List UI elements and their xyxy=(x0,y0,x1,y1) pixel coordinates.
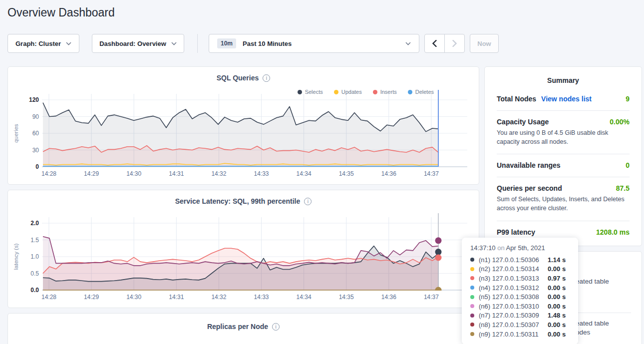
summary-row-unavailable-ranges: Unavailable ranges0 xyxy=(497,154,630,177)
node-color-dot xyxy=(470,286,474,290)
toolbar-divider xyxy=(197,34,198,53)
tooltip-timestamp: 14:37:10 on Apr 5th, 2021 xyxy=(470,244,571,252)
y-axis-label: queries xyxy=(13,124,19,143)
legend-label: Inserts xyxy=(380,89,397,95)
y-tick-label: 30 xyxy=(32,147,39,154)
legend-color-dot xyxy=(298,90,302,94)
dashboard-selector-label: Dashboard: Overview xyxy=(99,40,166,47)
node-color-dot xyxy=(470,332,474,336)
legend-color-dot xyxy=(334,90,338,94)
node-latency-value: 0.00 s xyxy=(548,303,571,310)
y-tick-label: 60 xyxy=(32,130,39,137)
y-tick-label: 0.0 xyxy=(30,287,39,294)
node-latency-value: 0.00 s xyxy=(548,321,571,329)
tooltip-node-row: (n2) 127.0.0.1:503140.00 s xyxy=(470,265,571,274)
summary-row-label: Queries per second xyxy=(497,184,562,192)
legend-item-inserts[interactable]: Inserts xyxy=(373,89,397,95)
event-item-fragment: eated table xyxy=(576,278,609,285)
summary-panel: Summary Total NodesView nodes list9Capac… xyxy=(484,66,642,246)
node-address: (n6) 127.0.0.1:50310 xyxy=(479,303,539,310)
summary-row-description: Sum of Selects, Updates, Inserts, and De… xyxy=(497,195,630,213)
sql-queries-chart-title: SQL Queriesi xyxy=(8,74,479,82)
view-nodes-list-link[interactable]: View nodes list xyxy=(541,95,592,103)
summary-row-queries-per-second: Queries per second87.5Sum of Selects, Up… xyxy=(497,177,630,220)
x-tick-label: 14:34 xyxy=(297,294,312,301)
summary-row-description: You are using 0 B of 4.5 GiB usable disk… xyxy=(497,128,630,146)
time-next-button[interactable] xyxy=(444,34,465,53)
dashboard-selector-dropdown[interactable]: Dashboard: Overview xyxy=(92,34,184,53)
legend-item-deletes[interactable]: Deletes xyxy=(408,89,434,95)
replicas-per-node-panel: Replicas per Nodei xyxy=(7,313,479,344)
summary-row-value: 0.00% xyxy=(610,118,630,126)
node-address: (n2) 127.0.0.1:50314 xyxy=(479,265,539,273)
node-latency-value: 1.14 s xyxy=(548,256,571,264)
time-range-dropdown[interactable]: 10m Past 10 Minutes xyxy=(209,34,419,53)
chevron-right-icon xyxy=(452,40,457,47)
replicas-per-node-chart-title: Replicas per Nodei xyxy=(8,323,479,331)
y-tick-label: 0 xyxy=(35,163,39,170)
tooltip-connector: on xyxy=(497,244,504,252)
x-tick-label: 14:31 xyxy=(169,294,184,301)
hover-point-dot xyxy=(435,287,442,294)
summary-rows: Total NodesView nodes list9Capacity Usag… xyxy=(485,88,642,244)
node-address: (n9) 127.0.0.1:50311 xyxy=(479,331,539,338)
info-icon[interactable]: i xyxy=(272,323,280,331)
node-color-dot xyxy=(470,258,474,262)
x-tick-label: 14:35 xyxy=(339,294,354,301)
legend-item-updates[interactable]: Updates xyxy=(334,89,362,95)
chevron-left-icon xyxy=(432,40,437,47)
summary-row-value: 9 xyxy=(626,95,630,103)
tooltip-node-row: (n3) 127.0.0.1:503130.97 s xyxy=(470,274,571,283)
legend-color-dot xyxy=(408,90,412,94)
node-latency-value: 0.00 s xyxy=(548,331,571,338)
legend-item-selects[interactable]: Selects xyxy=(298,89,323,95)
page-title: Overview Dashboard xyxy=(7,6,115,19)
time-shift-button-group xyxy=(424,34,465,53)
y-tick-label: 120 xyxy=(29,96,39,103)
service-latency-chart[interactable]: 0.00.51.01.52.014:2814:2914:3014:3114:32… xyxy=(8,190,479,308)
time-prev-button[interactable] xyxy=(424,34,445,53)
summary-row-head: P99 latency1208.0 ms xyxy=(497,228,630,236)
now-button[interactable]: Now xyxy=(470,34,499,53)
chevron-down-icon xyxy=(171,42,177,45)
service-latency-panel: Service Latency: SQL, 99th percentilei 0… xyxy=(7,190,479,308)
info-icon[interactable]: i xyxy=(304,198,312,205)
tooltip-node-row: (n5) 127.0.0.1:503080.00 s xyxy=(470,292,571,302)
tooltip-node-row: (n7) 127.0.0.1:503091.48 s xyxy=(470,311,571,321)
info-icon[interactable]: i xyxy=(263,74,270,82)
sql-queries-chart[interactable]: 030609012014:2814:2914:3014:3114:3214:33… xyxy=(8,67,479,184)
y-tick-label: 1.5 xyxy=(30,237,39,244)
graph-selector-dropdown[interactable]: Graph: Cluster xyxy=(7,34,79,53)
sql-queries-legend: SelectsUpdatesInsertsDeletes xyxy=(298,89,434,95)
tooltip-time: 14:37:10 xyxy=(470,244,496,252)
service-latency-chart-title: Service Latency: SQL, 99th percentilei xyxy=(8,197,479,205)
summary-row-head: Capacity Usage0.00% xyxy=(497,118,630,126)
x-tick-label: 14:28 xyxy=(41,170,56,177)
x-tick-label: 14:36 xyxy=(381,170,396,177)
sql-queries-panel: SQL Queriesi SelectsUpdatesInsertsDelete… xyxy=(7,66,479,185)
x-tick-label: 14:28 xyxy=(41,294,56,301)
node-color-dot xyxy=(470,314,474,318)
legend-color-dot xyxy=(373,90,377,94)
summary-row-capacity-usage: Capacity Usage0.00%You are using 0 B of … xyxy=(497,110,630,154)
x-tick-label: 14:31 xyxy=(169,170,184,177)
y-tick-label: 2.0 xyxy=(30,220,39,227)
node-latency-value: 0.00 s xyxy=(548,284,571,292)
events-divider xyxy=(577,313,631,313)
summary-row-head: Queries per second87.5 xyxy=(497,184,630,192)
x-tick-label: 14:33 xyxy=(254,294,269,301)
node-latency-value: 1.48 s xyxy=(548,312,571,319)
y-tick-label: 1.0 xyxy=(30,253,39,260)
x-tick-label: 14:30 xyxy=(126,294,141,301)
chart-title-text: Replicas per Node xyxy=(207,323,268,331)
x-tick-label: 14:35 xyxy=(339,170,354,177)
summary-row-total-nodes: Total NodesView nodes list9 xyxy=(497,88,630,110)
tooltip-date: Apr 5th, 2021 xyxy=(506,244,545,252)
tooltip-node-row: (n6) 127.0.0.1:503100.00 s xyxy=(470,302,571,311)
x-tick-label: 14:34 xyxy=(297,170,312,177)
summary-row-label: P99 latency xyxy=(497,228,535,236)
x-tick-label: 14:33 xyxy=(254,170,269,177)
tooltip-node-row: (n1) 127.0.0.1:503061.14 s xyxy=(470,255,571,265)
summary-row-label: Total Nodes xyxy=(497,95,536,103)
chevron-down-icon xyxy=(66,42,71,45)
